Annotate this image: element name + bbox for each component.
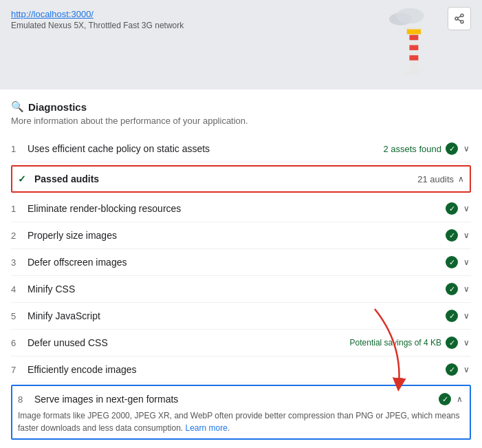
audit-number: 5 [11,311,28,321]
svg-rect-4 [409,45,418,50]
chevron-down-icon[interactable]: ∨ [462,338,471,348]
passed-audits-count: 21 audits [417,174,454,184]
audit-label: Eliminate render-blocking resources [28,203,446,214]
passed-audits-row[interactable]: ✓ Passed audits 21 audits ∧ [11,165,471,193]
audit-item-5[interactable]: 5 Minify JavaScript ✓ ∨ [11,303,471,330]
share-icon [454,13,465,24]
expanded-item-container: 8 Serve images in next-gen formats ✓ ∧ I… [11,385,471,440]
audit-label: Efficiently encode images [28,364,446,375]
header-area: http://localhost:3000/ Emulated Nexus 5X… [0,0,482,89]
chevron-down-icon[interactable]: ∨ [462,231,471,240]
header-url[interactable]: http://localhost:3000/ [11,9,94,19]
audit-meta: ✓ ∨ [446,310,471,322]
expanded-audit-top: 8 Serve images in next-gen formats ✓ ∧ [18,393,464,405]
chevron-down-icon[interactable]: ∨ [462,365,471,374]
audit-number: 6 [11,338,28,348]
audit-item-4[interactable]: 4 Minify CSS ✓ ∨ [11,276,471,303]
svg-point-11 [461,21,463,23]
green-check-icon: ✓ [446,310,458,322]
svg-point-1 [396,8,424,23]
svg-line-12 [458,19,461,21]
chevron-up-icon[interactable]: ∧ [458,174,464,184]
audit-label: Uses efficient cache policy on static as… [28,143,383,154]
chevron-down-icon[interactable]: ∨ [462,257,471,267]
magnifier-icon: 🔍 [11,100,24,113]
assets-found-text: 2 assets found [383,144,441,154]
chevron-up-icon-8[interactable]: ∧ [455,394,464,404]
green-check-icon: ✓ [446,283,458,295]
svg-rect-3 [409,35,418,40]
chevron-down-icon[interactable]: ∨ [462,144,471,153]
audit-list: 1 Eliminate render-blocking resources ✓ … [11,195,471,383]
expanded-audit-item-8[interactable]: 8 Serve images in next-gen formats ✓ ∧ I… [11,385,471,440]
chevron-down-icon[interactable]: ∨ [462,284,471,294]
audit-meta: ✓ ∨ [446,283,471,295]
audit-number: 7 [11,365,28,375]
svg-rect-7 [406,27,422,30]
green-check-icon: ✓ [446,256,458,268]
audit-item-2[interactable]: 2 Properly size images ✓ ∨ [11,222,471,249]
audit-number: 2 [11,231,28,241]
lighthouse-logo [386,0,441,83]
green-check-icon: ✓ [446,229,458,242]
audit-meta: ✓ ∨ [446,363,471,376]
svg-line-13 [458,16,461,18]
chevron-down-icon[interactable]: ∨ [462,204,471,213]
svg-rect-5 [409,55,418,60]
audit-item-3[interactable]: 3 Defer offscreen images ✓ ∨ [11,249,471,276]
audit-number: 3 [11,257,28,268]
share-button[interactable] [448,7,471,30]
svg-rect-8 [406,70,422,75]
audit-item-1[interactable]: 1 Eliminate render-blocking resources ✓ … [11,195,471,222]
passed-audits-label: Passed audits [34,173,417,184]
audit-label: Minify JavaScript [28,310,446,321]
audit-meta: ✓ ∨ [446,202,471,215]
audit-label: Properly size images [28,230,446,241]
diagnostics-title: Diagnostics [28,101,87,113]
savings-text: Potential savings of 4 KB [350,338,441,348]
diagnostics-item-1[interactable]: 1 Uses efficient cache policy on static … [11,136,471,162]
audit-meta: 2 assets found ✓ ∨ [383,142,471,155]
audit-number-8: 8 [18,394,34,405]
audit-number: 1 [11,144,28,154]
audit-meta: ✓ ∨ [446,256,471,268]
audit-number: 4 [11,284,28,295]
chevron-down-icon[interactable]: ∨ [462,311,471,321]
main-content: 🔍 Diagnostics More information about the… [0,89,482,448]
passed-check-icon: ✓ [18,173,32,184]
green-check-icon: ✓ [446,142,458,155]
audit-label: Defer unused CSS [28,337,350,348]
diagnostics-header: 🔍 Diagnostics [11,100,471,113]
svg-point-9 [461,14,463,17]
green-check-icon-8: ✓ [439,393,451,405]
audit-item-6[interactable]: 6 Defer unused CSS Potential savings of … [11,330,471,356]
green-check-icon: ✓ [446,363,458,376]
audit-meta: ✓ ∨ [446,229,471,242]
audit-item-7[interactable]: 7 Efficiently encode images ✓ ∨ [11,356,471,383]
expanded-desc-text: Image formats like JPEG 2000, JPEG XR, a… [18,411,460,433]
svg-point-10 [455,17,458,20]
green-check-icon: ✓ [446,337,458,349]
expanded-audit-description: Image formats like JPEG 2000, JPEG XR, a… [18,409,464,434]
audit-label-8: Serve images in next-gen formats [34,394,439,405]
audit-label: Minify CSS [28,284,446,295]
green-check-icon: ✓ [446,202,458,215]
audit-meta: Potential savings of 4 KB ✓ ∨ [350,337,471,349]
learn-more-link[interactable]: Learn more [186,423,228,433]
audit-number: 1 [11,204,28,214]
audit-label: Defer offscreen images [28,257,446,268]
audit-meta-8: ✓ ∧ [439,393,464,405]
diagnostics-description: More information about the performance o… [11,116,471,126]
